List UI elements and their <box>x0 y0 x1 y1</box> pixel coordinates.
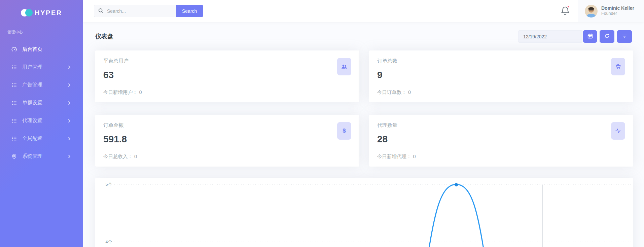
sidebar-item-users[interactable]: 用户管理 <box>0 58 83 76</box>
chevron-right-icon <box>68 119 71 122</box>
stat-sub: 今日新增用户：0 <box>103 89 351 96</box>
stat-card-agent-count: 代理数量 28 今日新增代理：0 <box>369 115 633 167</box>
stat-value: 63 <box>103 70 351 80</box>
sidebar-item-groups[interactable]: 单群设置 <box>0 94 83 112</box>
grid-icon <box>11 118 17 124</box>
date-input[interactable] <box>518 30 582 43</box>
stat-label: 代理数量 <box>377 122 625 129</box>
sidebar-item-label: 全局配置 <box>22 135 42 142</box>
users-icon <box>337 58 351 75</box>
brand-name: HYPER <box>35 9 62 17</box>
orders-line-chart: 5个 4个 <box>95 178 633 247</box>
sidebar: HYPER 管理中心 后台首页 用户管理 <box>0 0 83 247</box>
pulse-icon <box>611 122 625 140</box>
speedometer-icon <box>11 46 17 52</box>
stat-label: 订单总数 <box>377 58 625 64</box>
chevron-right-icon <box>68 101 71 105</box>
sidebar-item-label: 广告管理 <box>22 82 42 88</box>
search-input[interactable] <box>94 5 176 17</box>
stat-sub: 今日总收入：0 <box>103 153 351 160</box>
refresh-icon <box>604 33 610 40</box>
sidebar-item-label: 系统管理 <box>22 153 42 160</box>
grid-icon <box>11 64 17 70</box>
sidebar-item-label: 单群设置 <box>22 100 42 106</box>
chevron-right-icon <box>68 137 71 140</box>
stat-label: 订单金额 <box>103 122 351 129</box>
dashboard-page: HYPER 管理中心 后台首页 用户管理 <box>0 0 644 247</box>
notification-unread-dot <box>567 5 570 8</box>
refresh-button[interactable] <box>600 30 614 43</box>
stat-sub: 今日新增代理：0 <box>377 153 625 160</box>
stat-card-total-orders: 订单总数 9 今日订单数：0 <box>369 50 633 102</box>
grid-icon <box>11 82 17 88</box>
stat-label: 平台总用户 <box>103 58 351 64</box>
grid-icon <box>11 136 17 142</box>
search-button[interactable]: Search <box>176 5 203 17</box>
stat-card-total-users: 平台总用户 63 今日新增用户：0 <box>95 50 359 102</box>
brand-logo[interactable]: HYPER <box>0 7 83 19</box>
date-filter-group <box>518 30 632 43</box>
calendar-button[interactable] <box>583 30 597 43</box>
user-menu[interactable]: Dominic Keller Founder <box>578 0 644 22</box>
series-line <box>426 184 486 247</box>
sidebar-item-system[interactable]: 系统管理 <box>0 147 83 165</box>
chevron-right-icon <box>68 66 71 69</box>
notifications-bell-icon[interactable] <box>560 6 570 16</box>
stat-card-order-amount: 订单金额 591.8 今日总收入：0 $ <box>95 115 359 167</box>
stat-sub: 今日订单数：0 <box>377 89 625 96</box>
stat-value: 28 <box>377 134 625 145</box>
user-role: Founder <box>601 11 634 16</box>
sidebar-item-home[interactable]: 后台首页 <box>0 40 83 58</box>
user-name: Dominic Keller <box>601 5 634 11</box>
stat-value: 9 <box>377 70 625 80</box>
sidebar-item-label: 代理设置 <box>22 117 42 124</box>
avatar <box>585 5 598 17</box>
logo-mark-icon <box>21 9 32 16</box>
chevron-right-icon <box>68 83 71 87</box>
sidebar-item-ads[interactable]: 广告管理 <box>0 76 83 94</box>
stat-value: 591.8 <box>103 134 351 145</box>
sidebar-item-agents[interactable]: 代理设置 <box>0 112 83 130</box>
filter-icon <box>621 33 628 40</box>
dollar-icon: $ <box>337 122 351 140</box>
cart-plus-icon <box>611 58 625 75</box>
map-pin-icon <box>11 153 17 160</box>
sidebar-item-label: 后台首页 <box>22 46 42 52</box>
sidebar-item-label: 用户管理 <box>22 64 42 70</box>
series-peak-marker <box>455 183 458 186</box>
calendar-icon <box>587 33 593 40</box>
search-group: Search <box>94 5 203 17</box>
sidebar-section-label: 管理中心 <box>7 30 23 35</box>
sidebar-menu: 后台首页 用户管理 <box>0 40 83 165</box>
chart-plot-area <box>95 178 633 247</box>
grid-icon <box>11 100 17 106</box>
filter-button[interactable] <box>617 30 632 43</box>
chevron-right-icon <box>68 155 71 158</box>
search-icon <box>98 8 104 14</box>
sidebar-item-global-config[interactable]: 全局配置 <box>0 130 83 147</box>
page-title: 仪表盘 <box>95 32 113 40</box>
topbar: Search Dominic Keller Founder <box>83 0 644 22</box>
